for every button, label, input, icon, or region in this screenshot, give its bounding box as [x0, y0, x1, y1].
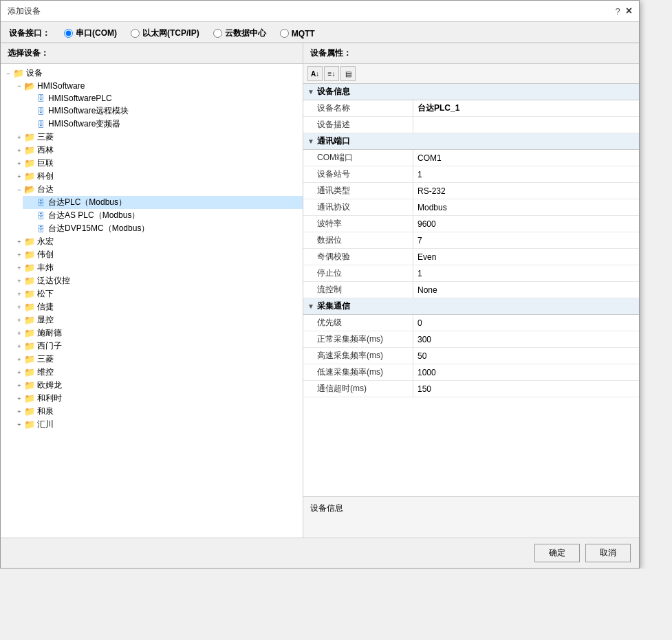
tree-label-taidadvp: 台达DVP15MC（Modbus）	[48, 223, 149, 234]
expander-weikong: +	[14, 368, 24, 377]
radio-com-label: 串口(COM)	[76, 27, 117, 39]
sort-alpha-btn[interactable]: A↓	[307, 66, 323, 81]
main-content: 选择设备： − 📁 设备 − 📂	[1, 43, 639, 538]
props-description: 设备信息	[303, 496, 639, 538]
section-header-comm-port[interactable]: ▼ 通讯端口	[303, 133, 639, 150]
prop-row-device-desc: 设备描述	[303, 117, 639, 133]
tree-row-weikong[interactable]: + 📁 维控	[12, 366, 303, 379]
radio-mqtt[interactable]: MQTT	[280, 29, 315, 38]
prop-value-priority[interactable]: 0	[413, 315, 639, 331]
help-button[interactable]: ?	[615, 6, 620, 16]
tree-row-huchuan[interactable]: + 📁 汇川	[12, 418, 303, 431]
tree-label-sanling: 三菱	[37, 353, 54, 365]
tree-label-helishi: 和利时	[37, 393, 62, 404]
expander-hmiplc	[25, 93, 35, 103]
dialog-title: 添加设备	[8, 5, 41, 17]
radio-cloud[interactable]: 云数据中心	[213, 27, 266, 39]
prop-value-comm-timeout[interactable]: 150	[413, 381, 639, 397]
tree-row-ximensi[interactable]: + 📁 西门子	[12, 340, 303, 353]
tree-row-xiankong[interactable]: + 📁 显控	[12, 313, 303, 327]
tree-row-shinaider[interactable]: + 📁 施耐德	[12, 327, 303, 340]
tree-row-taidaplc[interactable]: 🗄 台达PLC（Modbus）	[23, 196, 303, 209]
device-tree[interactable]: − 📁 设备 − 📂 HMISoftware	[1, 64, 303, 538]
prop-value-comm-type[interactable]: RS-232	[413, 183, 639, 199]
prop-row-data-bits: 数据位 7	[303, 232, 639, 249]
prop-value-station[interactable]: 1	[413, 166, 639, 182]
prop-row-com-port: COM端口 COM1	[303, 150, 639, 166]
sort-category-btn[interactable]: ≡↓	[324, 66, 339, 81]
prop-key-stop-bits: 停止位	[303, 265, 413, 281]
tree-row-hmisoftware[interactable]: − 📂 HMISoftware	[12, 80, 303, 92]
tree-row-taidaas[interactable]: 🗄 台达AS PLC（Modbus）	[23, 209, 303, 222]
tree-row-fandayikong[interactable]: + 📁 泛达仪控	[12, 274, 303, 287]
tree-row-hequan[interactable]: + 📁 和泉	[12, 405, 303, 418]
tree-label-taida: 台达	[37, 184, 54, 195]
properties-btn[interactable]: ▤	[340, 66, 356, 81]
expander-yonghong: +	[14, 237, 24, 247]
prop-value-normal-freq[interactable]: 300	[413, 331, 639, 347]
prop-row-baud-rate: 波特率 9600	[303, 216, 639, 232]
prop-value-low-freq[interactable]: 1000	[413, 364, 639, 380]
device-icon-hmiremote: 🗄	[35, 106, 46, 117]
prop-row-device-name: 设备名称 台达PLC_1	[303, 100, 639, 117]
expander-oulonglong: +	[14, 381, 24, 390]
radio-mqtt-label: MQTT	[292, 29, 315, 38]
close-button[interactable]: ×	[626, 5, 632, 17]
collapse-icon-device-info: ▼	[307, 88, 314, 96]
tree-node-hmisoftware: − 📂 HMISoftware 🗄 HMISoftwarePLC	[12, 80, 303, 131]
tree-row-hmiplc[interactable]: 🗄 HMISoftwarePLC	[23, 92, 303, 104]
tree-row-weichuang[interactable]: + 📁 伟创	[12, 248, 303, 261]
prop-row-high-freq: 高速采集频率(ms) 50	[303, 348, 639, 364]
tree-row-kechuang[interactable]: + 📁 科创	[12, 170, 303, 183]
folder-icon-huchuan: 📁	[24, 419, 35, 430]
folder-icon-taida: 📂	[24, 184, 35, 195]
tree-row-fengwei[interactable]: + 📁 丰炜	[12, 261, 303, 274]
tree-row-julian[interactable]: + 📁 巨联	[12, 157, 303, 170]
section-title-device-info: 设备信息	[317, 86, 350, 98]
section-header-collect-comm[interactable]: ▼ 采集通信	[303, 298, 639, 315]
tree-row-root[interactable]: − 📁 设备	[1, 67, 303, 80]
prop-value-data-bits[interactable]: 7	[413, 232, 639, 248]
tree-row-hmiremote[interactable]: 🗄 HMISoftware远程模块	[23, 104, 303, 118]
prop-value-stop-bits[interactable]: 1	[413, 265, 639, 281]
tree-row-songxia[interactable]: + 📁 松下	[12, 287, 303, 300]
radio-tcp[interactable]: 以太网(TCP/IP)	[131, 27, 199, 39]
tree-row-sanling[interactable]: + 📁 三菱	[12, 353, 303, 366]
prop-value-high-freq[interactable]: 50	[413, 348, 639, 364]
prop-value-comm-protocol[interactable]: Modbus	[413, 199, 639, 215]
tree-row-taidadvp[interactable]: 🗄 台达DVP15MC（Modbus）	[23, 222, 303, 235]
tree-label-hmiremote: HMISoftware远程模块	[48, 105, 129, 117]
expander-root: −	[3, 69, 13, 78]
prop-value-device-desc[interactable]	[413, 117, 639, 133]
expander-fengwei: +	[14, 263, 24, 273]
tree-row-xinjie[interactable]: + 📁 信捷	[12, 300, 303, 313]
section-header-device-info[interactable]: ▼ 设备信息	[303, 84, 639, 100]
prop-value-parity[interactable]: Even	[413, 249, 639, 265]
bottom-bar: 确定 取消	[1, 538, 639, 568]
props-table[interactable]: ▼ 设备信息 设备名称 台达PLC_1 设备描述 ▼ 通讯端口 COM端口	[303, 84, 639, 496]
tree-label-julian: 巨联	[37, 157, 54, 169]
prop-value-com-port[interactable]: COM1	[413, 150, 639, 166]
tree-label-weichuang: 伟创	[37, 249, 54, 261]
tree-row-helishi[interactable]: + 📁 和利时	[12, 392, 303, 405]
prop-value-device-name[interactable]: 台达PLC_1	[413, 100, 639, 116]
confirm-button[interactable]: 确定	[534, 544, 580, 562]
tree-label-ximensi: 西门子	[37, 340, 62, 352]
prop-value-flow-control[interactable]: None	[413, 282, 639, 298]
folder-icon-hequan: 📁	[24, 406, 35, 417]
tree-row-hmiinverter[interactable]: 🗄 HMISoftware变频器	[23, 118, 303, 131]
tree-row-taida[interactable]: − 📂 台达	[12, 183, 303, 196]
tree-row-yonghong[interactable]: + 📁 永宏	[12, 235, 303, 248]
prop-key-priority: 优先级	[303, 315, 413, 331]
expander-taidadvp	[25, 224, 35, 234]
tree-row-oulonglong[interactable]: + 📁 欧姆龙	[12, 379, 303, 392]
tree-children-taida: 🗄 台达PLC（Modbus） 🗄 台达AS PLC（Modbus）	[12, 196, 303, 235]
interface-radio-group: 串口(COM) 以太网(TCP/IP) 云数据中心 MQTT	[64, 27, 315, 39]
tree-label-oulonglong: 欧姆龙	[37, 379, 62, 391]
prop-value-baud-rate[interactable]: 9600	[413, 216, 639, 232]
radio-com[interactable]: 串口(COM)	[64, 27, 117, 39]
tree-label-huchuan: 汇川	[37, 419, 54, 430]
tree-row-xilin[interactable]: + 📁 西林	[12, 144, 303, 157]
tree-row-sanjie[interactable]: + 📁 三菱	[12, 131, 303, 144]
cancel-button[interactable]: 取消	[585, 544, 631, 562]
